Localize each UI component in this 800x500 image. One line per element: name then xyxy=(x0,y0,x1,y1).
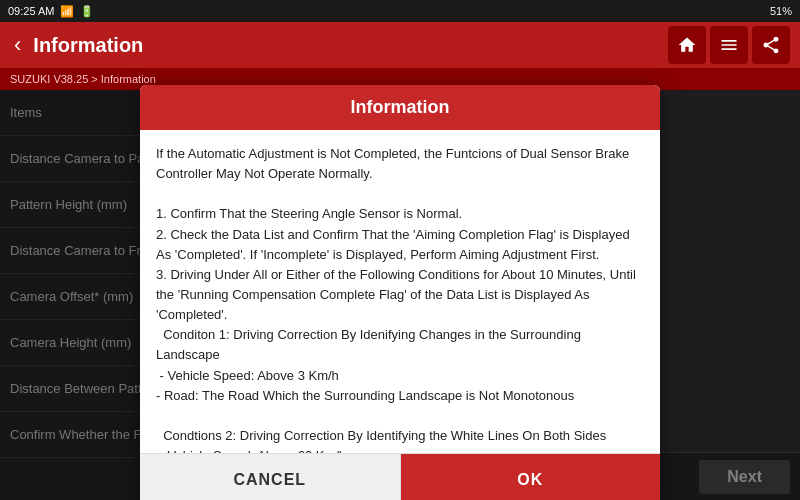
modal-title: Information xyxy=(351,97,450,117)
modal-body-text: If the Automatic Adjustment is Not Compl… xyxy=(156,144,644,184)
modal-header: Information xyxy=(140,85,660,130)
header-left: ‹ Information xyxy=(10,32,143,58)
home-button[interactable] xyxy=(668,26,706,64)
header: ‹ Information xyxy=(0,22,800,68)
status-bar: 09:25 AM 📶 🔋 51% xyxy=(0,0,800,22)
list-button[interactable] xyxy=(710,26,748,64)
battery-percent: 51% xyxy=(770,5,792,17)
header-icons xyxy=(668,26,790,64)
cancel-button[interactable]: CANCEL xyxy=(140,454,401,500)
export-button[interactable] xyxy=(752,26,790,64)
modal-condition2-speed: - Vehicle Speed: Above 60 Km/h xyxy=(156,446,644,453)
modal-body: If the Automatic Adjustment is Not Compl… xyxy=(140,130,660,453)
breadcrumb-text: SUZUKI V38.25 > Information xyxy=(10,73,156,85)
list-icon xyxy=(719,35,739,55)
modal-condition1-speed: - Vehicle Speed: Above 3 Km/h xyxy=(156,366,644,386)
wifi-icon: 📶 xyxy=(60,5,74,18)
modal-overlay: Information If the Automatic Adjustment … xyxy=(0,90,800,500)
header-title: Information xyxy=(33,34,143,57)
main-area: Items Distance Camera to Patte Pattern H… xyxy=(0,90,800,500)
modal-step1: 1. Confirm That the Steering Angle Senso… xyxy=(156,204,644,224)
modal-condition1-header: Conditon 1: Driving Correction By Idenif… xyxy=(156,325,644,365)
status-left: 09:25 AM 📶 🔋 xyxy=(8,5,94,18)
export-icon xyxy=(761,35,781,55)
modal-footer: CANCEL OK xyxy=(140,453,660,500)
modal-step2: 2. Check the Data List and Confirm That … xyxy=(156,225,644,265)
modal-condition1-road: - Road: The Road Which the Surrounding L… xyxy=(156,386,644,406)
modal-dialog: Information If the Automatic Adjustment … xyxy=(140,85,660,500)
modal-step3: 3. Driving Under All or Either of the Fo… xyxy=(156,265,644,325)
modal-condition2-header: Condtions 2: Driving Correction By Ident… xyxy=(156,426,644,446)
time-display: 09:25 AM xyxy=(8,5,54,17)
battery-icon: 🔋 xyxy=(80,5,94,18)
back-button[interactable]: ‹ xyxy=(10,32,25,58)
home-icon xyxy=(677,35,697,55)
status-right: 51% xyxy=(770,5,792,17)
ok-button[interactable]: OK xyxy=(401,454,661,500)
